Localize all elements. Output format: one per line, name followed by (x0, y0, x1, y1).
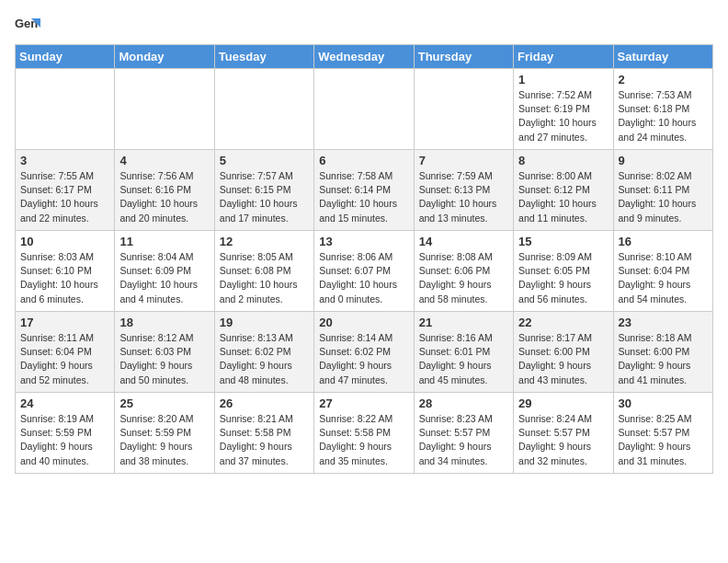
day-info: Sunrise: 7:58 AM Sunset: 6:14 PM Dayligh… (319, 169, 408, 225)
calendar-week-row: 1Sunrise: 7:52 AM Sunset: 6:19 PM Daylig… (16, 69, 713, 150)
day-number: 13 (319, 235, 408, 248)
calendar-cell: 20Sunrise: 8:14 AM Sunset: 6:02 PM Dayli… (314, 312, 414, 393)
calendar-cell: 2Sunrise: 7:53 AM Sunset: 6:18 PM Daylig… (613, 69, 712, 150)
page-header: Gen (15, 15, 713, 40)
day-number: 5 (220, 154, 309, 167)
day-info: Sunrise: 8:05 AM Sunset: 6:08 PM Dayligh… (220, 250, 309, 306)
weekday-header: Thursday (414, 45, 513, 69)
calendar-cell: 28Sunrise: 8:23 AM Sunset: 5:57 PM Dayli… (414, 393, 513, 474)
day-number: 15 (518, 235, 608, 248)
calendar-cell: 24Sunrise: 8:19 AM Sunset: 5:59 PM Dayli… (16, 393, 115, 474)
day-number: 4 (119, 154, 209, 167)
calendar-week-row: 17Sunrise: 8:11 AM Sunset: 6:04 PM Dayli… (16, 312, 713, 393)
calendar-cell: 7Sunrise: 7:59 AM Sunset: 6:13 PM Daylig… (414, 150, 513, 231)
day-info: Sunrise: 8:04 AM Sunset: 6:09 PM Dayligh… (119, 250, 209, 306)
calendar-cell: 9Sunrise: 8:02 AM Sunset: 6:11 PM Daylig… (613, 150, 712, 231)
day-info: Sunrise: 7:57 AM Sunset: 6:15 PM Dayligh… (220, 169, 309, 225)
day-number: 28 (419, 396, 508, 410)
calendar-header-row: SundayMondayTuesdayWednesdayThursdayFrid… (16, 45, 713, 69)
day-info: Sunrise: 7:59 AM Sunset: 6:13 PM Dayligh… (419, 169, 508, 225)
calendar-cell: 19Sunrise: 8:13 AM Sunset: 6:02 PM Dayli… (214, 312, 313, 393)
weekday-header: Sunday (16, 45, 115, 69)
day-number: 20 (319, 316, 408, 329)
day-info: Sunrise: 8:13 AM Sunset: 6:02 PM Dayligh… (220, 331, 309, 387)
day-info: Sunrise: 7:56 AM Sunset: 6:16 PM Dayligh… (119, 169, 209, 225)
weekday-header: Wednesday (314, 45, 414, 69)
day-number: 21 (419, 316, 508, 329)
calendar-cell: 12Sunrise: 8:05 AM Sunset: 6:08 PM Dayli… (214, 231, 313, 312)
calendar-table: SundayMondayTuesdayWednesdayThursdayFrid… (15, 44, 713, 474)
calendar-cell (16, 69, 115, 150)
day-info: Sunrise: 8:17 AM Sunset: 6:00 PM Dayligh… (518, 331, 608, 387)
day-number: 25 (119, 396, 209, 410)
day-info: Sunrise: 8:09 AM Sunset: 6:05 PM Dayligh… (518, 250, 608, 306)
calendar-cell: 11Sunrise: 8:04 AM Sunset: 6:09 PM Dayli… (115, 231, 214, 312)
calendar-cell: 1Sunrise: 7:52 AM Sunset: 6:19 PM Daylig… (514, 69, 613, 150)
day-info: Sunrise: 8:25 AM Sunset: 5:57 PM Dayligh… (619, 412, 708, 468)
day-info: Sunrise: 8:03 AM Sunset: 6:10 PM Dayligh… (20, 250, 109, 306)
day-number: 29 (518, 396, 608, 410)
day-info: Sunrise: 8:20 AM Sunset: 5:59 PM Dayligh… (119, 412, 209, 468)
weekday-header: Tuesday (214, 45, 313, 69)
day-info: Sunrise: 8:19 AM Sunset: 5:59 PM Dayligh… (20, 412, 109, 468)
day-number: 18 (119, 316, 209, 329)
calendar-cell (414, 69, 513, 150)
calendar-cell: 10Sunrise: 8:03 AM Sunset: 6:10 PM Dayli… (16, 231, 115, 312)
calendar-cell: 22Sunrise: 8:17 AM Sunset: 6:00 PM Dayli… (514, 312, 613, 393)
day-number: 11 (119, 235, 209, 248)
day-number: 10 (20, 235, 109, 248)
calendar-cell: 5Sunrise: 7:57 AM Sunset: 6:15 PM Daylig… (214, 150, 313, 231)
day-number: 23 (619, 316, 708, 329)
weekday-header: Friday (514, 45, 613, 69)
day-number: 9 (619, 154, 708, 167)
day-number: 2 (619, 73, 708, 86)
calendar-cell: 18Sunrise: 8:12 AM Sunset: 6:03 PM Dayli… (115, 312, 214, 393)
day-number: 17 (20, 316, 109, 329)
calendar-cell: 8Sunrise: 8:00 AM Sunset: 6:12 PM Daylig… (514, 150, 613, 231)
day-info: Sunrise: 7:53 AM Sunset: 6:18 PM Dayligh… (619, 88, 708, 144)
day-info: Sunrise: 8:16 AM Sunset: 6:01 PM Dayligh… (419, 331, 508, 387)
day-number: 8 (518, 154, 608, 167)
calendar-week-row: 24Sunrise: 8:19 AM Sunset: 5:59 PM Dayli… (16, 393, 713, 474)
calendar-cell: 27Sunrise: 8:22 AM Sunset: 5:58 PM Dayli… (314, 393, 414, 474)
calendar-cell (115, 69, 214, 150)
calendar-cell: 15Sunrise: 8:09 AM Sunset: 6:05 PM Dayli… (514, 231, 613, 312)
day-info: Sunrise: 8:22 AM Sunset: 5:58 PM Dayligh… (319, 412, 408, 468)
day-info: Sunrise: 8:21 AM Sunset: 5:58 PM Dayligh… (220, 412, 309, 468)
day-info: Sunrise: 8:08 AM Sunset: 6:06 PM Dayligh… (419, 250, 508, 306)
logo-icon: Gen (15, 15, 40, 40)
calendar-cell: 23Sunrise: 8:18 AM Sunset: 6:00 PM Dayli… (613, 312, 712, 393)
calendar-cell (214, 69, 313, 150)
day-info: Sunrise: 7:52 AM Sunset: 6:19 PM Dayligh… (518, 88, 608, 144)
calendar-cell: 14Sunrise: 8:08 AM Sunset: 6:06 PM Dayli… (414, 231, 513, 312)
weekday-header: Saturday (613, 45, 712, 69)
day-number: 14 (419, 235, 508, 248)
day-number: 27 (319, 396, 408, 410)
day-info: Sunrise: 8:00 AM Sunset: 6:12 PM Dayligh… (518, 169, 608, 225)
day-info: Sunrise: 8:23 AM Sunset: 5:57 PM Dayligh… (419, 412, 508, 468)
calendar-cell: 4Sunrise: 7:56 AM Sunset: 6:16 PM Daylig… (115, 150, 214, 231)
weekday-header: Monday (115, 45, 214, 69)
calendar-cell: 17Sunrise: 8:11 AM Sunset: 6:04 PM Dayli… (16, 312, 115, 393)
day-number: 6 (319, 154, 408, 167)
calendar-cell: 16Sunrise: 8:10 AM Sunset: 6:04 PM Dayli… (613, 231, 712, 312)
day-info: Sunrise: 8:24 AM Sunset: 5:57 PM Dayligh… (518, 412, 608, 468)
day-number: 26 (220, 396, 309, 410)
calendar-week-row: 3Sunrise: 7:55 AM Sunset: 6:17 PM Daylig… (16, 150, 713, 231)
day-number: 7 (419, 154, 508, 167)
calendar-week-row: 10Sunrise: 8:03 AM Sunset: 6:10 PM Dayli… (16, 231, 713, 312)
calendar-cell: 13Sunrise: 8:06 AM Sunset: 6:07 PM Dayli… (314, 231, 414, 312)
logo: Gen (15, 15, 44, 40)
day-info: Sunrise: 8:06 AM Sunset: 6:07 PM Dayligh… (319, 250, 408, 306)
day-info: Sunrise: 7:55 AM Sunset: 6:17 PM Dayligh… (20, 169, 109, 225)
calendar-cell: 29Sunrise: 8:24 AM Sunset: 5:57 PM Dayli… (514, 393, 613, 474)
day-info: Sunrise: 8:18 AM Sunset: 6:00 PM Dayligh… (619, 331, 708, 387)
day-number: 16 (619, 235, 708, 248)
day-number: 19 (220, 316, 309, 329)
day-info: Sunrise: 8:02 AM Sunset: 6:11 PM Dayligh… (619, 169, 708, 225)
calendar-cell: 26Sunrise: 8:21 AM Sunset: 5:58 PM Dayli… (214, 393, 313, 474)
day-number: 12 (220, 235, 309, 248)
day-number: 24 (20, 396, 109, 410)
calendar-cell: 6Sunrise: 7:58 AM Sunset: 6:14 PM Daylig… (314, 150, 414, 231)
day-number: 30 (619, 396, 708, 410)
